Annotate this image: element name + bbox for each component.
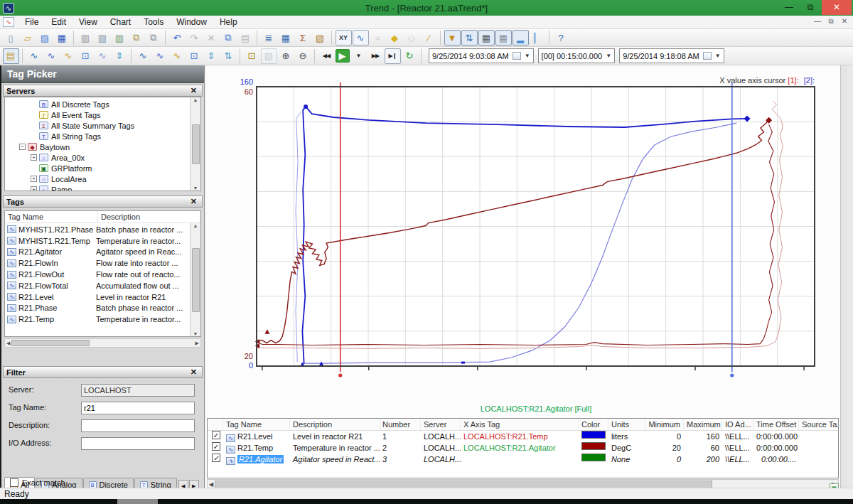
step-forward-button[interactable]: ▶▶: [368, 48, 384, 64]
legend-tag-name[interactable]: ∿R21.Agitator: [223, 454, 290, 465]
tree-item-ramp[interactable]: +⌂Ramp: [6, 184, 189, 191]
tag-list-item[interactable]: ∿R21.FlowTotalAccumulated flow out ...: [5, 280, 190, 291]
tag-list-item[interactable]: ∿MYHIST1.R21.TempTemperature in reactor.…: [5, 235, 190, 247]
filter-io-address-input[interactable]: [81, 437, 195, 450]
expand-icon[interactable]: +: [31, 186, 37, 191]
play-options-button[interactable]: ▼: [350, 48, 367, 64]
step-back-button[interactable]: ◀◀: [318, 48, 335, 64]
trend-chart-button[interactable]: ∿: [353, 30, 369, 45]
redo-button[interactable]: ↷: [186, 30, 203, 45]
tag-list-item[interactable]: ∿R21.AgitatorAgitator speed in Reac...: [5, 247, 190, 258]
legend-left-toggle-button[interactable]: ▎: [530, 30, 546, 45]
print-button[interactable]: ▥: [112, 30, 128, 45]
menu-edit[interactable]: Edit: [45, 16, 73, 28]
cursor-2-label[interactable]: [2]:: [804, 76, 815, 85]
tag-detail-table-button[interactable]: ▦: [278, 30, 294, 45]
chart-vscrollbar[interactable]: [840, 65, 847, 488]
legend-color-swatch[interactable]: [579, 454, 608, 465]
menu-window[interactable]: Window: [170, 16, 213, 28]
cursor-1-label[interactable]: [1]:: [788, 76, 798, 85]
tree-item-all-string-tags[interactable]: TAll String Tags: [6, 131, 189, 141]
filter-tag-name-input[interactable]: [81, 402, 195, 414]
tag-list-item[interactable]: ∿R21.LevelLevel in reactor R21: [5, 291, 190, 303]
copy-chart-data-button[interactable]: ⧉: [146, 30, 162, 45]
tags-vscrollbar[interactable]: ▲▼: [190, 223, 200, 336]
favorite-add-button[interactable]: ◆: [387, 30, 403, 45]
menu-view[interactable]: View: [73, 16, 104, 28]
scale-up-button[interactable]: ∿: [43, 48, 60, 64]
tag-list-button[interactable]: ≣: [261, 30, 277, 45]
zoom-locked-button[interactable]: ▧: [261, 48, 277, 64]
tree-item-baytown[interactable]: −◆Baytown: [6, 141, 189, 152]
help-button[interactable]: ?: [553, 30, 569, 45]
xy-trend-chart[interactable]: 16060200: [205, 65, 847, 400]
legend-tag-name[interactable]: ∿R21.Level: [223, 431, 290, 442]
pan-box-button[interactable]: ⊡: [186, 48, 203, 64]
new-chart-button[interactable]: ▯: [3, 30, 19, 45]
pen-color-swatch[interactable]: [581, 442, 606, 450]
menu-tools[interactable]: Tools: [137, 16, 170, 28]
legend-x-axis-tag[interactable]: [461, 454, 579, 465]
filter-server-input[interactable]: [81, 384, 195, 397]
servers-scrollbar[interactable]: ▲▼: [190, 97, 200, 191]
mdi-restore-button[interactable]: ⧉: [827, 17, 835, 26]
tags-hscrollbar[interactable]: ◀▶: [4, 338, 201, 348]
band-chart-button[interactable]: ≈: [370, 30, 386, 45]
legend-tag-name[interactable]: ∿R21.Temp: [223, 442, 290, 454]
servers-close-icon[interactable]: ✕: [188, 86, 199, 95]
pen-checkbox[interactable]: ✓: [208, 454, 223, 465]
pan-down-button[interactable]: ∿: [152, 48, 168, 64]
pen-color-swatch[interactable]: [581, 454, 606, 461]
grid-major-toggle-button[interactable]: ▦: [478, 30, 495, 45]
filter-description-input[interactable]: [81, 419, 195, 432]
menu-file[interactable]: File: [18, 16, 45, 28]
favorite-remove-button[interactable]: ◇: [404, 30, 420, 45]
dropdown-arrow-icon[interactable]: ▼: [525, 53, 530, 59]
dropdown-arrow-icon[interactable]: ▼: [715, 53, 721, 59]
collapse-icon[interactable]: −: [19, 144, 26, 150]
pen-checkbox[interactable]: ✓: [208, 442, 223, 454]
legend-color-swatch[interactable]: [579, 442, 608, 454]
data-table-toggle-button[interactable]: ▼: [444, 30, 461, 45]
zoom-rubber-band-button[interactable]: ⊡: [244, 48, 260, 64]
open-file-button[interactable]: ▱: [20, 30, 36, 45]
go-to-latest-button[interactable]: ▶❙: [385, 48, 401, 64]
start-time-input[interactable]: 9/25/2014 9:03:08 AM▼: [429, 48, 534, 63]
export-chart-button[interactable]: ▨: [37, 30, 53, 45]
scale-individual-button[interactable]: ∿: [95, 48, 111, 64]
tag-list-item[interactable]: ∿R21.TempTemperature in reactor...: [5, 313, 190, 325]
copy-button[interactable]: ⧉: [220, 30, 237, 45]
legend-x-axis-tag[interactable]: LOCALHOST:R21.Agitator: [461, 442, 579, 454]
x-cursor-1-handle[interactable]: [338, 373, 342, 377]
zoom-in-button[interactable]: ⊕: [278, 48, 294, 64]
checkbox-checked-icon[interactable]: ✓: [212, 442, 220, 451]
tree-item-area-00x[interactable]: +⌂Area_00x: [6, 152, 189, 163]
legend-table-header[interactable]: Tag NameDescriptionNumberServerX Axis Ta…: [208, 419, 838, 431]
legend-color-swatch[interactable]: [579, 431, 608, 442]
tag-list-item[interactable]: ∿R21.FlowInFlow rate into reactor ...: [5, 257, 190, 269]
pen-color-swatch[interactable]: [581, 431, 606, 439]
scale-box-button[interactable]: ⊡: [77, 48, 94, 64]
grid-minor-toggle-button[interactable]: ▦: [495, 30, 512, 45]
zoom-out-button[interactable]: ⊖: [295, 48, 311, 64]
play-button[interactable]: ▶: [336, 49, 350, 63]
tag-picker-toggle-button[interactable]: ▤: [3, 48, 19, 64]
print-preview-button[interactable]: ▥: [95, 30, 111, 45]
pan-left-button[interactable]: ∿: [169, 48, 186, 64]
save-file-button[interactable]: ▦: [54, 30, 70, 45]
menu-chart[interactable]: Chart: [104, 16, 137, 28]
pen-checkbox[interactable]: ✓: [208, 431, 223, 442]
paste-button[interactable]: ▤: [237, 30, 254, 45]
minimize-button[interactable]: —: [779, 1, 799, 15]
print-setup-button[interactable]: ▥: [77, 30, 94, 45]
cut-button[interactable]: ✕: [203, 30, 220, 45]
expand-icon[interactable]: +: [31, 176, 37, 182]
annotate-pen-button[interactable]: ∕: [421, 30, 437, 45]
tag-list-item[interactable]: ∿R21.PhaseBatch phase in reactor ...: [5, 303, 190, 314]
expand-icon[interactable]: +: [31, 154, 37, 161]
duration-input[interactable]: [00] 00:15:00.000▼: [538, 48, 616, 63]
exact-match-checkbox[interactable]: [10, 478, 18, 487]
xy-plot-button[interactable]: XY: [336, 30, 352, 45]
copy-chart-image-button[interactable]: ⧉: [129, 30, 145, 45]
tree-item-all-discrete-tags[interactable]: BAll Discrete Tags: [6, 99, 189, 109]
